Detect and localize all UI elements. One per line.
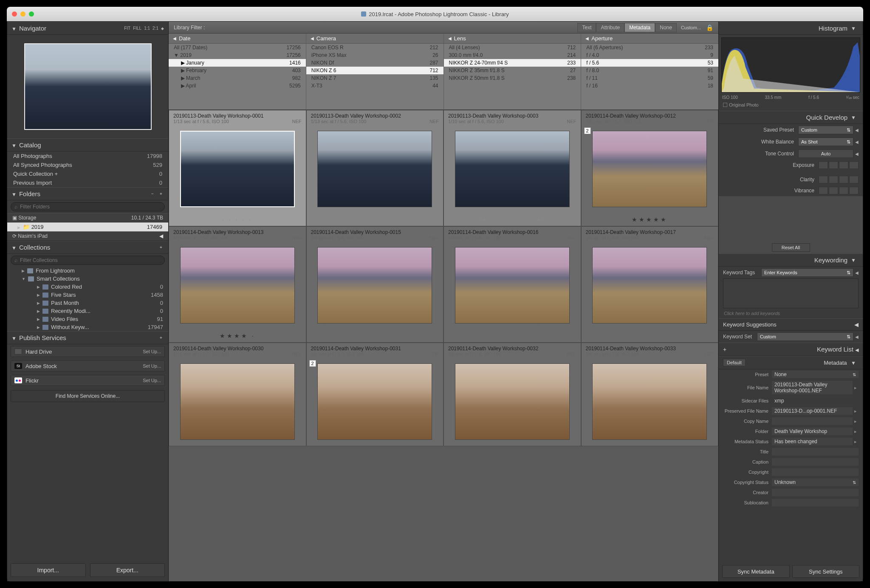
metadata-preset-dropdown[interactable]: None⇅ <box>772 371 859 378</box>
thumbnail-grid[interactable]: 20190113-Death Valley Workshop-0001 1/13… <box>169 110 718 581</box>
metadata-field[interactable]: Sidecar Filesxmp <box>719 396 863 406</box>
grid-cell[interactable]: 20190113-Death Valley Workshop-0002 1/13… <box>306 110 444 226</box>
histogram-header[interactable]: Histogram▼ <box>719 22 863 35</box>
nav-2to1[interactable]: 2:1 <box>153 26 158 31</box>
add-collection-button[interactable]: + <box>158 245 164 250</box>
smart-collection-row[interactable]: ▶Colored Red0 <box>7 283 168 291</box>
navigator-header[interactable]: ▼Navigator FIT FILL 1:1 2:1 ◆ <box>7 22 168 35</box>
catalog-row[interactable]: All Synced Photographs529 <box>7 160 168 169</box>
metacol-header[interactable]: ◀Lens <box>444 34 581 44</box>
filter-attribute-tab[interactable]: Attribute <box>596 23 624 32</box>
catalog-row[interactable]: Quick Collection +0 <box>7 169 168 178</box>
filter-preset-dropdown[interactable]: Custom... <box>681 25 701 30</box>
saved-preset-dropdown[interactable]: Custom⇅ <box>798 126 853 134</box>
sync-settings-button[interactable]: Sync Settings <box>792 565 860 578</box>
grid-cell[interactable]: 20190114-Death Valley Workshop-0015 1/8 … <box>306 226 444 343</box>
filter-row[interactable]: All (6 Apertures)233 <box>581 44 718 51</box>
chevron-left-icon[interactable]: ◀ <box>855 128 859 132</box>
metacol-header[interactable]: ◀Date <box>169 34 306 44</box>
keyword-input[interactable] <box>723 279 859 308</box>
filter-metadata-tab[interactable]: Metadata <box>624 23 655 32</box>
lock-icon[interactable]: 🔒 <box>706 24 713 31</box>
filter-row[interactable]: ▶ March982 <box>169 74 306 82</box>
grid-cell[interactable]: 20190114-Death Valley Workshop-0017 1/6 … <box>581 226 719 343</box>
folder-filter-input[interactable]: ⌕Filter Folders <box>11 202 165 211</box>
filter-row[interactable]: NIKKOR Z 35mm f/1.8 S27 <box>444 67 581 74</box>
keywordlist-header[interactable]: + Keyword List ◀ <box>719 343 863 356</box>
smart-collection-row[interactable]: ▶Without Keyw...17947 <box>7 323 168 331</box>
metadata-field[interactable]: Title <box>719 447 863 457</box>
filter-row[interactable]: f / 8.091 <box>581 67 718 74</box>
metadata-view-dropdown[interactable]: Default <box>723 359 746 366</box>
filter-row[interactable]: f / 5.653 <box>581 59 718 67</box>
publish-flickr[interactable]: FlickrSet Up... <box>11 375 165 386</box>
filter-row[interactable]: f / 1159 <box>581 74 718 82</box>
grid-cell[interactable]: 20190114-Death Valley Workshop-0031 1/6 … <box>306 343 444 446</box>
filter-row[interactable]: NIKON Z 6712 <box>306 67 443 74</box>
keywording-header[interactable]: Keywording▼ <box>719 253 863 267</box>
grid-cell[interactable]: 20190114-Death Valley Workshop-0033 1/6 … <box>581 343 719 446</box>
smart-collection-row[interactable]: ▶Five Stars1458 <box>7 291 168 299</box>
keyword-tags-dropdown[interactable]: Enter Keywords⇅ <box>761 268 853 277</box>
metadata-field[interactable]: Sublocation <box>719 498 863 508</box>
publish-header[interactable]: ▼Publish Services + <box>7 331 168 344</box>
filter-row[interactable]: ▼ 201917256 <box>169 51 306 59</box>
catalog-row[interactable]: All Photographs17998 <box>7 152 168 160</box>
collections-header[interactable]: ▼Collections + <box>7 241 168 254</box>
from-lightroom-collection[interactable]: ▶From Lightroom <box>7 267 168 275</box>
collection-filter-input[interactable]: ⌕Filter Collections <box>11 256 165 265</box>
filter-row[interactable]: f / 4.09 <box>581 51 718 59</box>
chevron-left-icon[interactable]: ◀ <box>855 140 859 144</box>
grid-cell[interactable]: 20190114-Death Valley Workshop-0013 1/10… <box>169 226 306 343</box>
publish-harddrive[interactable]: Hard DriveSet Up... <box>11 346 165 357</box>
keyword-suggestions-header[interactable]: Keyword Suggestions◀ <box>719 318 863 331</box>
metadata-header[interactable]: Default Metadata ▼ <box>719 356 863 369</box>
metacol-header[interactable]: ◀Aperture <box>581 34 718 44</box>
add-folder-button[interactable]: + <box>158 191 164 196</box>
auto-tone-button[interactable]: Auto <box>798 149 853 158</box>
original-photo-toggle[interactable]: Original Photo <box>719 101 863 111</box>
metadata-field[interactable]: Creator <box>719 487 863 498</box>
grid-cell[interactable]: 20190113-Death Valley Workshop-0001 1/13… <box>169 110 306 226</box>
folders-header[interactable]: ▼Folders −+ <box>7 187 168 200</box>
catalog-header[interactable]: ▼Catalog <box>7 138 168 152</box>
filter-row[interactable]: NIKON Df287 <box>306 59 443 67</box>
navigator-preview[interactable] <box>7 35 168 138</box>
grid-cell[interactable]: 20190114-Death Valley Workshop-0030 1/10… <box>169 343 306 446</box>
nav-fit[interactable]: FIT <box>124 26 130 31</box>
folder-2019[interactable]: ▶📁 2019 17469 <box>7 222 168 231</box>
filter-row[interactable]: NIKON Z 7135 <box>306 74 443 82</box>
filter-row[interactable]: ▶ February403 <box>169 67 306 74</box>
metadata-field[interactable]: Preserved File Name20190113-D...op-0001.… <box>719 406 863 416</box>
export-button[interactable]: Export... <box>90 563 165 577</box>
metadata-field[interactable]: File Name20190113-Death Valley Workshop-… <box>719 380 863 396</box>
filter-row[interactable]: X-T344 <box>306 82 443 90</box>
filter-row[interactable]: NIKKOR Z 24-70mm f/4 S233 <box>444 59 581 67</box>
filter-row[interactable]: Canon EOS R212 <box>306 44 443 51</box>
remove-folder-button[interactable]: − <box>150 191 155 196</box>
import-button[interactable]: Import... <box>11 563 86 577</box>
filter-row[interactable]: All (177 Dates)17256 <box>169 44 306 51</box>
wb-dropdown[interactable]: As Shot⇅ <box>798 138 853 146</box>
nav-1to1[interactable]: 1:1 <box>144 26 150 31</box>
quickdev-header[interactable]: Quick Develop▼ <box>719 111 863 124</box>
grid-cell[interactable]: 20190113-Death Valley Workshop-0003 1/10… <box>443 110 581 226</box>
keyword-hint[interactable]: Click here to add keywords <box>719 308 863 318</box>
clarity-steppers[interactable] <box>819 176 859 183</box>
smart-collections[interactable]: ▼Smart Collections <box>7 275 168 283</box>
grid-cell[interactable]: 20190114-Death Valley Workshop-0012 1/10… <box>581 110 719 226</box>
keyword-set-dropdown[interactable]: Custom⇅ <box>757 332 853 341</box>
filter-row[interactable]: ▶ January1416 <box>169 59 306 67</box>
smart-collection-row[interactable]: ▶Recently Modi...0 <box>7 307 168 315</box>
vibrance-steppers[interactable] <box>819 187 859 194</box>
exposure-steppers[interactable] <box>819 161 859 169</box>
histogram-display[interactable] <box>721 37 860 93</box>
filter-row[interactable]: NIKKOR Z 50mm f/1.8 S238 <box>444 74 581 82</box>
filter-row[interactable]: f / 1618 <box>581 82 718 90</box>
filter-text-tab[interactable]: Text <box>577 23 596 32</box>
catalog-row[interactable]: Previous Import0 <box>7 178 168 187</box>
smart-collection-row[interactable]: ▶Video Files91 <box>7 315 168 323</box>
grid-cell[interactable]: 20190114-Death Valley Workshop-0032 1/6 … <box>443 343 581 446</box>
metadata-field[interactable]: Copyright <box>719 467 863 477</box>
metacol-header[interactable]: ◀Camera <box>306 34 443 44</box>
